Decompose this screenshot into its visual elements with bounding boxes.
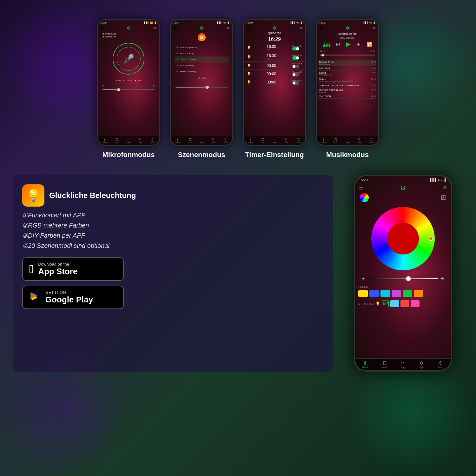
big-phone-nav-style: ⚙ Style — [419, 360, 424, 368]
big-phone-power-icon: ⏻ — [400, 185, 406, 191]
phone-4-nav-music-icon: 🎵 — [334, 138, 338, 141]
big-phone-standard-color-3[interactable] — [411, 300, 420, 307]
phone-3-nav-music: 🎵 Music — [261, 138, 265, 143]
phone-2-scene-4: ❄ Blue pulsating — [174, 63, 229, 69]
phone-3-statusbar: 16:30 ▌▌▌ 4G 🔋 — [244, 20, 305, 25]
phone-3-bulb-4: 💡 — [247, 72, 251, 76]
big-phone-navbar: 🎚 Adjust 🎵 Music 〰 Tape ⚙ Style — [355, 358, 451, 370]
big-phone-standard-color-2[interactable] — [400, 300, 409, 307]
phone-1: 16:28 ▌▌▌ 📶 🔋 ☰ ⏻ ⚙ Phone Mic — [97, 19, 160, 146]
big-phone-preset-color-5[interactable] — [403, 290, 412, 297]
phone-1-mic-inner-circle: 🎤 — [117, 47, 141, 71]
phone-2-scene-2: ❄ Red pulsating — [174, 50, 229, 56]
phone-4-song-4-duration: 04:09 — [371, 78, 376, 82]
phone-3-nav-adjust: 🎚 Adjust — [248, 138, 253, 143]
phone-1-slider-fill — [102, 89, 118, 90]
phone-4-progress-thumb — [321, 54, 324, 56]
phone-2-slider-fill — [175, 87, 207, 88]
phone-3-timer-time-1: 16:30 — [267, 44, 276, 49]
big-phone-color-topbar: 🖼 — [355, 192, 451, 204]
big-phone-time: 16:20 — [359, 178, 368, 182]
big-phone-preset-color-4[interactable] — [392, 290, 401, 297]
big-phone-preset-color-2[interactable] — [369, 290, 379, 297]
big-phone-nav-style-icon: ⚙ — [420, 360, 424, 366]
big-phone-standard-color-1[interactable] — [390, 300, 399, 307]
app-store-icon:  — [29, 262, 33, 276]
big-phone-nav-tape: 〰 Tape — [401, 360, 406, 368]
phone-1-nav-tape: 〰 Tape — [127, 138, 130, 143]
phone-2-scene-1-icon: ❄ — [176, 46, 178, 49]
phone-1-slider-minus: − — [102, 84, 104, 87]
phone-3-nav-style: ⚙ Style — [284, 138, 288, 143]
phone-4-song-2: DINOSAUR 04:00 — [319, 66, 376, 71]
phone-4-nav-timing-icon: ⏱ — [370, 138, 373, 141]
phone-4-nav-timing-label: Timing — [369, 142, 374, 143]
big-phone-color-center — [387, 223, 419, 255]
phone-4-song-1: Because Of You Kelly Clarkson 03:43 — [319, 60, 376, 66]
phone-3-nav-adjust-icon: 🎚 — [249, 138, 252, 141]
phone-1-navbar: 🎚 Adjust 🎵 Music 〰 Tape ⚙ Style — [98, 136, 159, 145]
phone-4-song-6-title: The Truth That You Leave — [319, 89, 343, 91]
right-panel: 16:20 ▌▌▌ 4G 🔋 ☰ ⏻ ⚙ 🖼 — [343, 175, 463, 372]
phone-4-signal: ▌▌▌ 4G — [364, 22, 372, 24]
left-info-panel: 💡 Glückliche Beleuchtung ①Funktioniert m… — [13, 175, 333, 372]
phone-2-nav-adjust-label: Adjust — [175, 142, 180, 143]
phone-3-timer-row-1: 💡 16:30 MON Operate:On — [244, 43, 305, 52]
big-phone-preset-color-1[interactable] — [358, 290, 368, 297]
phone-3-timer-time-5: 00:00 — [267, 80, 276, 84]
phone-4-song-1-info: Because Of You Kelly Clarkson — [319, 61, 334, 65]
big-phone-preset-colors — [358, 290, 448, 297]
phone-4-nav-tape: 〰 Tape — [346, 138, 349, 143]
phone-3-toggle-3 — [292, 65, 299, 68]
big-phone-star-icon-right: ✦ — [440, 275, 445, 282]
big-phone-preset-color-3[interactable] — [380, 290, 390, 297]
big-phone-color-wheel[interactable] — [371, 207, 435, 270]
phone-3-nav-adjust-label: Adjust — [248, 142, 253, 143]
phone-3-toggle-thumb-1 — [296, 47, 299, 50]
phone-1-slider-track — [102, 89, 155, 90]
phone-3-nav-music-label: Music — [261, 142, 265, 143]
phone-3-nav-music-icon: 🎵 — [261, 138, 265, 141]
phone-1-nav-tape-label: Tape — [127, 142, 130, 143]
phone-4-song-3-duration: 04:52 — [371, 72, 376, 76]
phone-3-timer-row-3: 💡 00:00 Operate:Off — [244, 62, 305, 70]
bottom-section: 💡 Glückliche Beleuchtung ①Funktioniert m… — [0, 175, 476, 372]
phone-3-toggle-4 — [292, 73, 299, 76]
phone-1-nav-timing: ⏱ Timing — [150, 138, 155, 143]
phone-2-label: Szenenmodus — [178, 151, 225, 159]
phone-2-scene-logo: S — [198, 33, 206, 41]
google-play-button[interactable]: GET IT ON Google Play — [22, 286, 124, 309]
phone-4-time: 16:23 — [319, 21, 326, 24]
phone-4-nav-music: 🎵 Music — [334, 138, 338, 143]
big-phone-nav-music-icon: 🎵 — [382, 360, 387, 366]
phone-1-nav-style-label: Style — [138, 142, 142, 143]
phone-4-eq-bar-2 — [324, 43, 325, 47]
google-play-sub-text: GET IT ON — [45, 290, 93, 295]
phone-1-slider-thumb — [117, 88, 120, 91]
phone-3-toggle-5 — [292, 81, 299, 85]
phone-4-song-7: XIAO CHOU 02:59 — [319, 94, 376, 99]
big-phone-nav-timing: ⏱ Timing — [438, 360, 444, 368]
phone-3-timer-day-1: MON — [267, 49, 276, 51]
phone-4-nav-adjust-label: Adjust — [321, 142, 326, 143]
phone-3-label: Timer-Einstellung — [245, 151, 304, 159]
phone-2-slider-track — [175, 87, 228, 88]
phone-4-song-3: Eutopia Yooholic RoomZ 04:52 — [319, 71, 376, 77]
phone-3-topbar: ☰ ⏻ ⚙ — [244, 25, 305, 31]
phone-4-song-4-title: Wolves — [319, 78, 353, 80]
phone-2-slider-area: − + — [171, 80, 232, 92]
phone-4-time-current: 00:00 — [320, 50, 325, 52]
phone-3-toggle-1 — [292, 47, 299, 50]
phone-4-eq-bar-4 — [327, 43, 328, 47]
google-play-icon — [29, 290, 41, 304]
phone-4-song-6-duration: 03:43 — [371, 89, 376, 93]
phone-2-screen: 16:24 ▌▌▌ 4G 🔋 ☰ ⏻ ⚙ S ❄ Rainbow — [171, 20, 232, 145]
big-phone-preset-color-6[interactable] — [414, 290, 423, 297]
phone-4-play-btn: ▶ — [346, 41, 351, 48]
big-phone-nav-tape-icon: 〰 — [401, 360, 406, 366]
phone-3-bulb-1: 💡 — [247, 46, 251, 50]
phone-4-song-5-info: Troye Sivan - for him. Live on the Honda… — [319, 84, 360, 87]
big-phone-settings-icon: ⚙ — [443, 185, 447, 191]
phone-3-nav-timing-icon: ⏱ — [297, 138, 300, 141]
app-store-button[interactable]:  Download on the App Store — [22, 257, 124, 281]
